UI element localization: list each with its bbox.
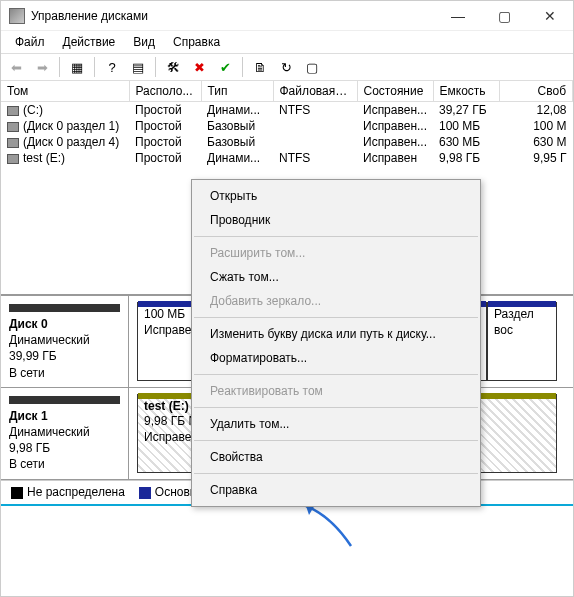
- col-free[interactable]: Своб: [499, 81, 573, 102]
- col-capacity[interactable]: Емкость: [433, 81, 499, 102]
- vol-free: 9,95 Г: [499, 150, 573, 166]
- vol-type: Базовый: [201, 134, 273, 150]
- volume-icon: [7, 106, 19, 116]
- toolbar-sep: [59, 57, 60, 77]
- context-menu-item: Добавить зеркало...: [192, 289, 480, 313]
- part-status: Исправен: [144, 323, 188, 339]
- disk-info[interactable]: Диск 1 Динамический 9,98 ГБ В сети: [1, 388, 129, 479]
- context-menu-separator: [194, 317, 478, 318]
- refresh-button[interactable]: ↻: [275, 56, 297, 78]
- disk-title: Диск 0: [9, 316, 120, 332]
- disk-info[interactable]: Диск 0 Динамический 39,99 ГБ В сети: [1, 296, 129, 387]
- vol-status: Исправен...: [357, 102, 433, 119]
- vol-fs: [273, 118, 357, 134]
- menu-help[interactable]: Справка: [165, 33, 228, 51]
- table-row[interactable]: test (E:) Простой Динами... NTFS Исправе…: [1, 150, 573, 166]
- table-row[interactable]: (Диск 0 раздел 1) Простой Базовый Исправ…: [1, 118, 573, 134]
- close-button[interactable]: ✕: [527, 1, 573, 30]
- disk-size: 9,98 ГБ: [9, 440, 120, 456]
- context-menu-item[interactable]: Удалить том...: [192, 412, 480, 436]
- vol-capacity: 39,27 ГБ: [433, 102, 499, 119]
- vol-name: test (E:): [23, 151, 65, 165]
- menu-view[interactable]: Вид: [125, 33, 163, 51]
- disk-type: Динамический: [9, 424, 120, 440]
- toolbar-sep: [155, 57, 156, 77]
- vol-status: Исправен...: [357, 118, 433, 134]
- vol-free: 100 М: [499, 118, 573, 134]
- action-button[interactable]: 🛠: [162, 56, 184, 78]
- col-fs[interactable]: Файловая с...: [273, 81, 357, 102]
- context-menu-separator: [194, 407, 478, 408]
- vol-status: Исправен: [357, 150, 433, 166]
- maximize-button[interactable]: ▢: [481, 1, 527, 30]
- table-row[interactable]: (Диск 0 раздел 4) Простой Базовый Исправ…: [1, 134, 573, 150]
- volume-icon: [7, 154, 19, 164]
- help-button[interactable]: ?: [101, 56, 123, 78]
- partition[interactable]: 100 МБИсправен: [137, 302, 195, 381]
- annotation-arrow: [301, 501, 361, 551]
- window-controls: — ▢ ✕: [435, 1, 573, 30]
- col-layout[interactable]: Располо...: [129, 81, 201, 102]
- back-button: ⬅: [5, 56, 27, 78]
- menu-file[interactable]: Файл: [7, 33, 53, 51]
- check-button[interactable]: ✔: [214, 56, 236, 78]
- table-row[interactable]: (C:) Простой Динами... NTFS Исправен... …: [1, 102, 573, 119]
- vol-fs: [273, 134, 357, 150]
- context-menu-separator: [194, 236, 478, 237]
- toolbar-sep: [242, 57, 243, 77]
- vol-status: Исправен...: [357, 134, 433, 150]
- vol-capacity: 630 МБ: [433, 134, 499, 150]
- disk-icon: [9, 304, 120, 312]
- context-menu: ОткрытьПроводникРасширить том...Сжать то…: [191, 179, 481, 507]
- col-status[interactable]: Состояние: [357, 81, 433, 102]
- part-size: Раздел вос: [494, 307, 550, 338]
- context-menu-separator: [194, 440, 478, 441]
- volume-icon: [7, 138, 19, 148]
- disk-size: 39,99 ГБ: [9, 348, 120, 364]
- context-menu-item[interactable]: Проводник: [192, 208, 480, 232]
- minimize-button[interactable]: —: [435, 1, 481, 30]
- context-menu-item: Расширить том...: [192, 241, 480, 265]
- partition[interactable]: Раздел вос: [487, 302, 557, 381]
- context-menu-item[interactable]: Форматировать...: [192, 346, 480, 370]
- vol-capacity: 9,98 ГБ: [433, 150, 499, 166]
- context-menu-item: Реактивировать том: [192, 379, 480, 403]
- disk-title: Диск 1: [9, 408, 120, 424]
- context-menu-item[interactable]: Открыть: [192, 184, 480, 208]
- legend-unallocated: Не распределена: [11, 485, 125, 499]
- vol-fs: NTFS: [273, 150, 357, 166]
- vol-type: Базовый: [201, 118, 273, 134]
- toolbar: ⬅ ➡ ▦ ? ▤ 🛠 ✖ ✔ 🗎 ↻ ▢: [1, 53, 573, 81]
- list-button[interactable]: ▤: [127, 56, 149, 78]
- vol-free: 630 М: [499, 134, 573, 150]
- toolbar-sep: [94, 57, 95, 77]
- rescan-button[interactable]: ▢: [301, 56, 323, 78]
- titlebar: Управление дисками — ▢ ✕: [1, 1, 573, 31]
- menu-action[interactable]: Действие: [55, 33, 124, 51]
- delete-button[interactable]: ✖: [188, 56, 210, 78]
- context-menu-item[interactable]: Изменить букву диска или путь к диску...: [192, 322, 480, 346]
- col-type[interactable]: Тип: [201, 81, 273, 102]
- views-button[interactable]: ▦: [66, 56, 88, 78]
- vol-name: (C:): [23, 103, 43, 117]
- col-volume[interactable]: Том: [1, 81, 129, 102]
- window-title: Управление дисками: [31, 9, 435, 23]
- disk-online: В сети: [9, 456, 120, 472]
- vol-layout: Простой: [129, 150, 201, 166]
- vol-free: 12,08: [499, 102, 573, 119]
- disk-type: Динамический: [9, 332, 120, 348]
- vol-layout: Простой: [129, 118, 201, 134]
- vol-fs: NTFS: [273, 102, 357, 119]
- new-button[interactable]: 🗎: [249, 56, 271, 78]
- vol-type: Динами...: [201, 150, 273, 166]
- volume-icon: [7, 122, 19, 132]
- context-menu-item[interactable]: Сжать том...: [192, 265, 480, 289]
- context-menu-item[interactable]: Свойства: [192, 445, 480, 469]
- vol-name: (Диск 0 раздел 1): [23, 119, 119, 133]
- app-icon: [9, 8, 25, 24]
- context-menu-item[interactable]: Справка: [192, 478, 480, 502]
- context-menu-separator: [194, 473, 478, 474]
- vol-capacity: 100 МБ: [433, 118, 499, 134]
- part-size: 100 МБ: [144, 307, 188, 323]
- disk-online: В сети: [9, 365, 120, 381]
